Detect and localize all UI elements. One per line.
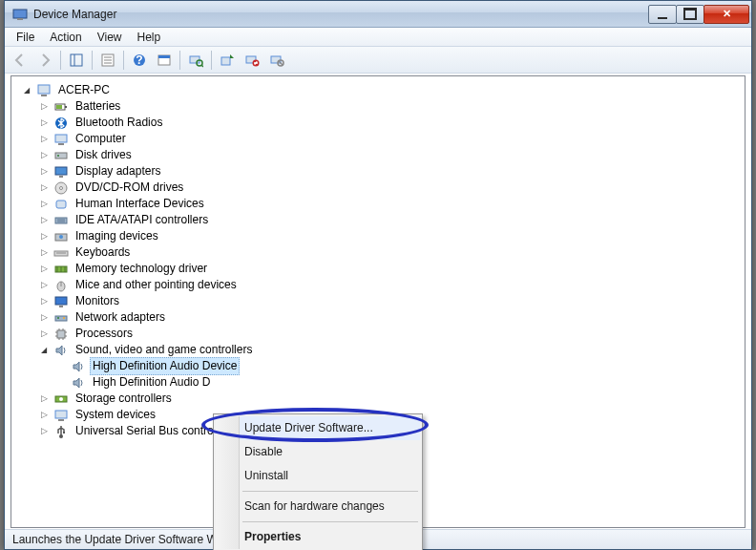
tree-node[interactable]: Mice and other pointing devices — [38, 277, 745, 293]
expander-icon[interactable] — [38, 150, 50, 161]
tree-node[interactable]: Human Interface Devices — [38, 196, 745, 212]
tree-node[interactable]: Imaging devices — [38, 228, 745, 244]
tree-node[interactable]: Storage controllers — [38, 391, 745, 407]
tree-node-label: Storage controllers — [73, 391, 175, 407]
tree-node[interactable]: DVD/CD-ROM drives — [38, 180, 745, 196]
menu-help[interactable]: Help — [130, 29, 169, 46]
ctx-update-driver[interactable]: Update Driver Software... — [216, 416, 420, 440]
expander-icon[interactable] — [38, 134, 50, 145]
tree-node[interactable]: Keyboards — [38, 244, 745, 261]
tree-node-label: IDE ATA/ATAPI controllers — [73, 212, 211, 228]
dvd-icon — [53, 180, 69, 196]
scan-hardware-button[interactable] — [184, 49, 207, 72]
menu-view[interactable]: View — [90, 29, 130, 46]
svg-rect-67 — [55, 411, 67, 418]
svg-rect-23 — [38, 85, 50, 94]
svg-rect-30 — [58, 143, 64, 145]
disable-button[interactable] — [265, 49, 288, 72]
svg-text:?: ? — [136, 53, 142, 67]
context-menu-gutter — [216, 416, 240, 549]
action-button[interactable] — [153, 49, 176, 72]
close-button[interactable] — [704, 5, 749, 24]
tree-node-label: Batteries — [73, 98, 123, 115]
tree-node[interactable]: High Definition Audio D — [55, 374, 745, 391]
expander-icon[interactable] — [38, 264, 50, 275]
toolbar: ? — [5, 47, 751, 74]
window-title: Device Manager — [33, 8, 649, 21]
svg-point-36 — [60, 186, 63, 189]
tree-node-label: Monitors — [73, 293, 122, 309]
titlebar[interactable]: Device Manager — [5, 1, 751, 28]
ctx-scan[interactable]: Scan for hardware changes — [216, 495, 420, 518]
expander-icon[interactable] — [38, 101, 50, 113]
toolbar-separator — [60, 51, 61, 70]
tree-root[interactable]: ACER-PC BatteriesBluetooth RadiosCompute… — [21, 82, 745, 439]
tree-node[interactable]: Sound, video and game controllersHigh De… — [38, 342, 745, 391]
tree-node-label: Universal Serial Bus controll — [73, 423, 221, 439]
expander-icon[interactable] — [38, 296, 50, 307]
network-icon — [53, 310, 69, 326]
svg-rect-12 — [190, 56, 200, 63]
uninstall-button[interactable] — [241, 49, 263, 72]
svg-rect-31 — [55, 153, 67, 159]
expander-icon[interactable] — [38, 328, 50, 340]
expander-icon[interactable] — [38, 393, 50, 405]
tree-node[interactable]: Computer — [38, 131, 745, 147]
computer-icon — [36, 83, 52, 98]
expander-icon[interactable] — [38, 312, 50, 324]
tree-node[interactable]: Batteries — [38, 98, 745, 115]
svg-rect-26 — [65, 106, 67, 108]
minimize-button[interactable] — [648, 5, 677, 24]
svg-point-32 — [57, 155, 59, 157]
tree-node-label: DVD/CD-ROM drives — [73, 180, 186, 196]
context-menu-separator — [242, 521, 418, 522]
expander-icon[interactable] — [38, 199, 50, 210]
tree-node[interactable]: Monitors — [38, 293, 745, 309]
menu-file[interactable]: File — [9, 29, 42, 46]
toolbar-separator — [179, 51, 180, 70]
update-driver-button[interactable] — [216, 49, 239, 72]
tree-node[interactable]: Bluetooth Radios — [38, 115, 745, 131]
tree-node[interactable]: IDE ATA/ATAPI controllers — [38, 212, 745, 228]
ctx-disable[interactable]: Disable — [216, 440, 420, 464]
expander-icon[interactable] — [38, 182, 50, 194]
sound-icon — [71, 359, 86, 374]
battery-icon — [53, 99, 69, 115]
svg-rect-37 — [56, 201, 66, 208]
tree-node[interactable]: Disk drives — [38, 147, 745, 163]
mouse-icon — [53, 278, 69, 293]
context-menu: Update Driver Software... Disable Uninst… — [213, 413, 423, 550]
tree-node-label: System devices — [73, 407, 158, 423]
expander-icon[interactable] — [38, 215, 50, 226]
tree-node[interactable]: High Definition Audio Device — [55, 358, 745, 374]
expander-icon[interactable] — [38, 166, 50, 178]
menu-action[interactable]: Action — [42, 29, 89, 46]
tree-node[interactable]: Display adapters — [38, 163, 745, 180]
forward-button — [33, 49, 56, 72]
svg-rect-68 — [58, 419, 64, 421]
tree-node-label: High Definition Audio Device — [90, 357, 240, 375]
expander-icon[interactable] — [38, 247, 50, 259]
maximize-button[interactable] — [676, 5, 704, 24]
expander-icon[interactable] — [38, 426, 50, 437]
help-button[interactable]: ? — [128, 49, 151, 72]
tree-node-label: Imaging devices — [73, 228, 161, 244]
tree-node-label: Disk drives — [73, 147, 135, 163]
svg-rect-51 — [55, 297, 67, 305]
ctx-uninstall[interactable]: Uninstall — [216, 464, 420, 488]
svg-rect-52 — [59, 306, 63, 307]
tree-node[interactable]: Processors — [38, 326, 745, 342]
expander-icon[interactable] — [38, 231, 50, 243]
toolbar-separator — [92, 51, 93, 70]
tree-node[interactable]: Network adapters — [38, 309, 745, 326]
show-hide-tree-button[interactable] — [65, 49, 88, 72]
expander-icon[interactable] — [38, 280, 50, 291]
properties-button[interactable] — [96, 49, 119, 72]
expander-icon[interactable] — [38, 117, 50, 129]
expander-icon[interactable] — [38, 410, 50, 421]
tree-node[interactable]: Memory technology driver — [38, 261, 745, 277]
svg-point-69 — [59, 434, 63, 438]
ctx-properties[interactable]: Properties — [216, 525, 420, 549]
expander-icon[interactable] — [21, 85, 32, 96]
expander-icon[interactable] — [38, 345, 50, 356]
